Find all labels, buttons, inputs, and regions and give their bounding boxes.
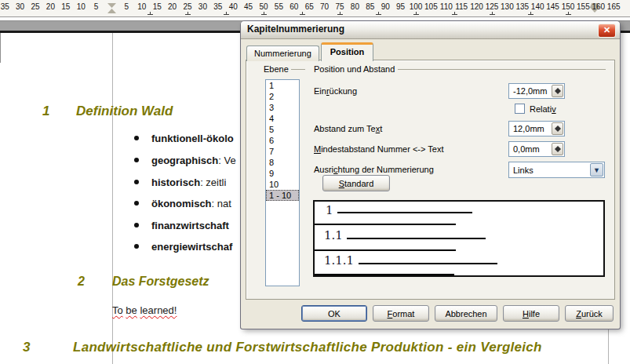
preview-text-line	[347, 238, 486, 239]
bullet-text: ökonomisch: nat	[151, 198, 231, 209]
preview-number: 1.1.1	[324, 253, 354, 268]
note-text: To be learned!	[112, 304, 177, 316]
heading-3-text: Landwirtschaftliche und Forstwirtschaftl…	[73, 340, 542, 355]
bullet-text: energiewirtschaf	[151, 241, 232, 253]
preview-number: 1	[326, 203, 333, 217]
tab-position[interactable]: Position	[321, 42, 373, 61]
ruler-unit-label: 165	[607, 2, 621, 11]
down-arrow-icon	[555, 129, 561, 132]
ruler-unit-label: 105	[424, 2, 438, 11]
ebene-list-item[interactable]: 1	[266, 80, 299, 91]
tab-stop-marker[interactable]	[376, 11, 381, 15]
bullet-icon	[134, 201, 139, 206]
zurueck-button[interactable]: Zurück	[565, 305, 614, 322]
ebene-group-line	[291, 69, 305, 70]
tab-stop-marker[interactable]	[528, 11, 533, 15]
note-word: To	[112, 304, 123, 316]
preview-text-line	[315, 274, 454, 275]
bullet-icon	[134, 223, 139, 228]
tab-stop-marker[interactable]	[566, 11, 571, 15]
spinner-buttons[interactable]	[552, 143, 563, 155]
tab-stop-marker[interactable]	[224, 11, 229, 15]
horizontal-ruler[interactable]: 3530252015105510152025303540455055606570…	[0, 0, 630, 17]
heading-3-number: 3	[23, 340, 31, 355]
format-button[interactable]: Format	[373, 305, 429, 322]
ruler-unit-label: 30	[198, 2, 207, 11]
ebene-list-item[interactable]: 2	[266, 91, 299, 102]
preview-text-line	[315, 249, 456, 251]
bullet-icon	[134, 244, 139, 249]
tab-stop-marker[interactable]	[300, 11, 305, 15]
ruler-unit-label: 115	[455, 2, 468, 11]
tab-nummerierung[interactable]: Nummerierung	[246, 46, 319, 61]
dialog-buttons: OKFormatAbbrechenHilfeZurück	[241, 305, 614, 322]
hilfe-button[interactable]: Hilfe	[503, 305, 559, 322]
ruler-unit-label: 80	[351, 2, 359, 11]
left-indent-marker[interactable]	[107, 9, 116, 13]
group-line	[398, 69, 606, 70]
ebene-list-item[interactable]: 7	[266, 146, 299, 157]
note-word: be	[126, 304, 137, 316]
abstand-spinfield[interactable]: 12,0mm	[508, 121, 565, 136]
standard-button[interactable]: Standard	[322, 175, 390, 191]
note-word: learned!	[140, 304, 177, 316]
ebene-list-item[interactable]: 8	[266, 157, 299, 168]
ruler-unit-label: 35	[1, 2, 9, 11]
ruler-unit-label: 95	[396, 2, 405, 11]
ebene-list-item[interactable]: 4	[266, 113, 299, 124]
ebene-list-item[interactable]: 10	[266, 179, 299, 190]
ruler-unit-label: 85	[366, 2, 374, 11]
spinner-buttons[interactable]	[552, 122, 563, 135]
ebene-list-item[interactable]: 5	[266, 124, 299, 135]
ebene-list-item[interactable]: 1 - 10	[266, 190, 299, 201]
page-left-edge	[0, 33, 1, 63]
ruler-unit-label: 30	[16, 2, 24, 11]
preview-text-line	[359, 263, 497, 264]
chapter-numbering-dialog: Kapitelnummerierung ✕ Nummerierung Posit…	[241, 21, 620, 329]
ruler-unit-label: 15	[61, 2, 70, 11]
down-arrow-icon	[555, 91, 561, 94]
bullet-icon	[134, 180, 139, 184]
ausrichtung-dropdown[interactable]: Links ▼	[508, 162, 605, 178]
relativ-checkbox[interactable]	[515, 104, 525, 114]
ruler-unit-label: 160	[592, 2, 605, 11]
tab-stop-marker[interactable]	[185, 11, 191, 15]
tab-stop-marker[interactable]	[261, 11, 267, 15]
tab-stop-marker[interactable]	[147, 11, 153, 15]
ruler-unit-label: 70	[320, 2, 329, 11]
ebene-list-item[interactable]: 9	[266, 168, 299, 179]
bullet-icon	[134, 136, 139, 140]
ruler-unit-label: 90	[381, 2, 390, 11]
abstand-label: Abstand zum Text	[314, 124, 382, 133]
heading-1-number: 1	[42, 104, 49, 119]
writer-document-view: 3530252015105510152025303540455055606570…	[0, 0, 630, 364]
mindestabstand-spinfield[interactable]: 0,0mm	[508, 141, 565, 157]
tab-stop-marker[interactable]	[490, 11, 495, 15]
first-line-indent-marker[interactable]	[107, 3, 116, 8]
ruler-unit-label: 150	[562, 2, 575, 11]
dialog-title-bar[interactable]: Kapitelnummerierung ✕	[241, 21, 620, 39]
ruler-unit-label: 135	[515, 2, 529, 11]
ruler-unit-label: 130	[501, 2, 514, 11]
heading-2-number: 2	[78, 275, 85, 289]
close-button[interactable]: ✕	[598, 24, 616, 38]
bullet-icon	[134, 158, 139, 162]
tab-stop-marker[interactable]	[452, 11, 457, 15]
position-tab-panel: Ebene Position und Abstand 123456789101 …	[246, 60, 615, 300]
ebene-listbox[interactable]: 123456789101 - 10	[265, 79, 300, 286]
tab-stop-marker[interactable]	[337, 11, 343, 15]
ruler-unit-label: 10	[137, 2, 146, 11]
bullet-text: funktionell-ökolo	[151, 133, 234, 144]
einrueckung-spinfield[interactable]: -12,0mm	[508, 83, 565, 99]
ruler-unit-label: 50	[259, 2, 268, 11]
chevron-down-icon[interactable]: ▼	[590, 163, 603, 177]
tab-stop-marker[interactable]	[413, 11, 419, 15]
ruler-unit-label: 120	[470, 2, 483, 11]
bullet-text: historisch: zeitli	[151, 177, 226, 188]
ebene-list-item[interactable]: 3	[266, 102, 299, 113]
abbrechen-button[interactable]: Abbrechen	[435, 305, 497, 322]
ebene-list-item[interactable]: 6	[266, 135, 299, 146]
ok-button[interactable]: OK	[301, 305, 367, 322]
ruler-unit-label: 75	[335, 2, 344, 11]
spinner-buttons[interactable]	[552, 85, 563, 97]
